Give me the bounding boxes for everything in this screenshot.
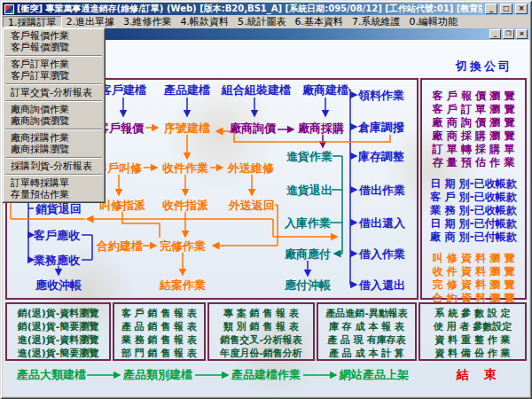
- flow-node[interactable]: 借入作業: [359, 248, 405, 260]
- sidebar-item[interactable]: 廠 商 採 購 瀏 覽: [422, 129, 525, 143]
- menu-item[interactable]: 7.系統維護: [348, 16, 405, 27]
- menu-item[interactable]: 6.基本資料: [291, 16, 348, 27]
- report-item[interactable]: 產 品 成 本 計 算: [318, 347, 415, 360]
- sidebar-item[interactable]: 收 件 資 料 瀏 覽: [422, 265, 525, 278]
- flow-node[interactable]: 業務應收: [34, 254, 80, 266]
- flow-node[interactable]: 入庫作業: [285, 217, 331, 229]
- report-item[interactable]: 部 門 銷 售 報 表: [114, 347, 204, 360]
- dropdown-menu-item[interactable]: 廠商詢價作業: [4, 104, 104, 115]
- switch-company-button[interactable]: 切換公司: [442, 59, 527, 74]
- report-item[interactable]: 系 統 參 數 設 定: [420, 307, 525, 320]
- bottom-flow-item[interactable]: 產品類別建檔: [123, 367, 192, 383]
- menu-item[interactable]: 0.編輯功能: [405, 16, 463, 27]
- flow-node[interactable]: 倉庫調撥: [358, 121, 404, 133]
- sidebar-item[interactable]: 廠 商 詢 價 瀏 覽: [422, 116, 525, 129]
- flow-node[interactable]: 組合組裝建檔: [222, 84, 291, 96]
- menu-item[interactable]: 4.帳款資料: [176, 16, 234, 27]
- report-item[interactable]: 專 案 銷 售 報 表: [209, 307, 313, 320]
- close-button[interactable]: ×: [515, 4, 528, 14]
- report-item[interactable]: 產 品 銷 售 報 表: [114, 320, 204, 333]
- dropdown-menu-item[interactable]: 訂單轉採購單: [4, 177, 104, 189]
- flow-node[interactable]: 合約建檔: [97, 240, 143, 252]
- menu-item[interactable]: 3.維修作業: [119, 16, 176, 27]
- sidebar-group: 客 戶 報 價 瀏 覽客 戶 訂 單 瀏 覽廠 商 詢 價 瀏 覽廠 商 採 購…: [422, 90, 525, 169]
- report-item[interactable]: 類 別 銷 售 報 表: [209, 320, 313, 333]
- flow-node[interactable]: 庫存調整: [358, 151, 404, 162]
- child-close-button[interactable]: ×: [516, 29, 528, 39]
- sidebar-item[interactable]: 訂 單 轉 採 購 單: [422, 143, 525, 156]
- flow-node[interactable]: 客戶應收: [34, 230, 80, 241]
- report-item[interactable]: 產 品 現 有庫存表: [318, 333, 415, 347]
- flow-node[interactable]: 應收沖帳: [35, 279, 82, 291]
- report-item[interactable]: 銷(退)貨-資料瀏覽: [7, 307, 109, 320]
- flow-node[interactable]: 結案作業: [160, 279, 206, 291]
- flow-node[interactable]: 領料作業: [358, 90, 404, 101]
- application-window: [衝突] 專業萬事通進銷存(維修/訂單) (Web) [版本:B20,BS1_A…: [0, 0, 532, 399]
- sidebar-item[interactable]: 客 戶 訂 單 瀏 覽: [422, 103, 525, 116]
- maximize-button[interactable]: □: [500, 4, 512, 14]
- flow-node[interactable]: 產品建檔: [164, 84, 210, 96]
- sidebar-item[interactable]: 叫 修 資 料 瀏 覽: [422, 252, 525, 265]
- flow-node[interactable]: 外送維修: [228, 162, 274, 174]
- report-item[interactable]: 進(退)貨-資料瀏覽: [7, 333, 109, 347]
- sidebar-item[interactable]: 完 修 資 料 瀏 覽: [422, 278, 525, 292]
- dropdown-menu-item[interactable]: 訂單交貨-分析報表: [4, 87, 104, 98]
- report-item[interactable]: 年度月份-銷售分析: [209, 347, 313, 360]
- report-item[interactable]: 業 務 銷 售 報 表: [114, 333, 204, 347]
- report-item[interactable]: 銷售交叉-分析報表: [209, 333, 313, 347]
- flow-node[interactable]: 序號建檔: [164, 122, 210, 134]
- report-item[interactable]: 資 料 備 份 作 業: [420, 347, 525, 360]
- flow-node[interactable]: 銷貨退回: [35, 203, 82, 215]
- flow-node[interactable]: 廠商應付: [285, 248, 331, 260]
- sidebar-item[interactable]: 客 戶 報 價 瀏 覽: [422, 90, 525, 103]
- report-item[interactable]: 客 戶 銷 售 報 表: [114, 307, 204, 320]
- report-item[interactable]: 產品進銷-異動報表: [318, 307, 415, 320]
- dropdown-menu-item[interactable]: 客戶報價作業: [4, 30, 104, 42]
- flow-node[interactable]: 進貨作業: [286, 151, 332, 162]
- sidebar-item[interactable]: 廠 商 別-已付帳款: [422, 231, 525, 244]
- flow-node[interactable]: 收件作業: [162, 162, 208, 174]
- exit-button[interactable]: 結 束: [457, 367, 502, 383]
- report-item[interactable]: 銷(退)貨-簡要瀏覽: [7, 320, 109, 333]
- flow-node[interactable]: 借出作業: [359, 184, 405, 196]
- flow-node[interactable]: 借入還出: [359, 279, 405, 291]
- dropdown-menu-item[interactable]: 廠商詢價瀏覽: [4, 115, 104, 127]
- flow-node[interactable]: 完修作業: [160, 240, 206, 252]
- dropdown-menu-item[interactable]: 廠商採購作業: [4, 132, 104, 144]
- bottom-flow-item[interactable]: 網站產品上架: [340, 367, 409, 383]
- menu-item[interactable]: 2.進出單據: [62, 16, 120, 27]
- sidebar-item[interactable]: 日 期 別-已付帳款: [422, 217, 525, 231]
- dropdown-menu-item[interactable]: 客戶報價瀏覽: [4, 42, 104, 53]
- flow-node[interactable]: 外送返回: [229, 200, 275, 211]
- sidebar-item[interactable]: 日 期 別-已收帳款: [422, 177, 525, 191]
- flow-node[interactable]: 客戶建檔: [100, 84, 146, 96]
- menu-item[interactable]: 5.統計圖表: [233, 16, 291, 27]
- report-item[interactable]: 進(退)貨-簡要瀏覽: [7, 347, 109, 360]
- flow-node[interactable]: 進貨退出: [286, 184, 332, 196]
- bottom-flow-item[interactable]: 產品建檔作業: [231, 367, 301, 383]
- sidebar-item[interactable]: 客 戶 別-已收帳款: [422, 191, 525, 204]
- flow-node[interactable]: 收件指派: [162, 200, 208, 211]
- child-restore-button[interactable]: ❐: [503, 29, 514, 39]
- menu-item[interactable]: 1.採購訂單: [3, 16, 62, 27]
- title-bar: [衝突] 專業萬事通進銷存(維修/訂單) (Web) [版本:B20,BS1_A…: [3, 3, 529, 15]
- report-item[interactable]: 庫 存 成 本 報 表: [318, 320, 415, 333]
- flow-node[interactable]: 借出還入: [359, 217, 405, 229]
- flow-node[interactable]: 叫修指派: [99, 200, 145, 211]
- minimize-button[interactable]: _: [485, 4, 497, 14]
- dropdown-menu-item[interactable]: 廠商採購瀏覽: [4, 144, 104, 155]
- dropdown-menu-item[interactable]: 採購到貨-分析報表: [4, 160, 104, 172]
- flow-node[interactable]: 應付沖帳: [285, 279, 331, 291]
- dropdown-menu-item[interactable]: 客戶訂單作業: [4, 59, 104, 70]
- bottom-flow-item[interactable]: 產品大類建檔: [17, 367, 86, 383]
- dropdown-menu-item[interactable]: 存量預估作業: [4, 189, 104, 200]
- sidebar-item[interactable]: 業 務 別-已收帳款: [422, 204, 525, 217]
- flow-node[interactable]: 廠商採購: [298, 122, 344, 134]
- report-item[interactable]: 使 用 者 參數設定: [420, 320, 525, 333]
- report-item[interactable]: 資 料 重 整 作 業: [420, 333, 525, 347]
- dropdown-menu-item[interactable]: 客戶訂單瀏覽: [4, 70, 104, 82]
- sidebar-item[interactable]: 存 量 預 估 作 業: [422, 156, 525, 169]
- flow-node[interactable]: 廠商詢價: [230, 122, 276, 134]
- flow-node[interactable]: 廠商建檔: [302, 84, 348, 96]
- child-minimize-button[interactable]: _: [489, 29, 501, 39]
